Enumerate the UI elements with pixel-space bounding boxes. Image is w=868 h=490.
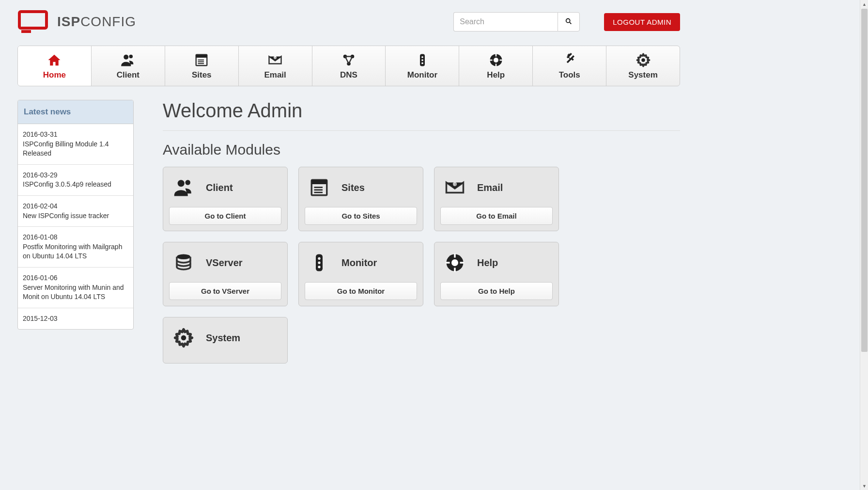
news-title: ISPConfig Billing Module 1.4 Released (23, 140, 128, 158)
nav-item-label: Tools (559, 70, 580, 80)
main-nav: Home Client Sites Email DNS Monitor Help… (17, 46, 680, 86)
module-client: Client Go to Client (163, 167, 288, 231)
news-date: 2016-03-29 (23, 171, 128, 180)
search-group (453, 12, 580, 32)
scroll-up-icon[interactable]: ▲ (860, 0, 868, 8)
go-to-vserver-button[interactable]: Go to VServer (169, 282, 281, 300)
news-title: New ISPConfig issue tracker (23, 211, 128, 221)
nav-item-sites[interactable]: Sites (165, 46, 239, 86)
go-to-client-button[interactable]: Go to Client (169, 207, 281, 225)
news-item[interactable]: 2016-01-06Server Monitoring with Munin a… (18, 268, 133, 308)
modules-grid: Client Go to Client Sites Go to Sites Em… (163, 167, 680, 364)
module-title: Email (477, 182, 503, 193)
news-date: 2016-01-06 (23, 273, 128, 283)
nav-item-tools[interactable]: Tools (533, 46, 606, 86)
module-monitor: Monitor Go to Monitor (298, 242, 423, 306)
page-title: Welcome Admin (163, 100, 680, 122)
module-title: System (206, 332, 240, 344)
help-icon (444, 252, 465, 273)
module-title: Help (477, 257, 498, 269)
client-icon (121, 53, 135, 67)
news-title: Server Monitoring with Munin and Monit o… (23, 283, 128, 302)
topbar: ISPCONFIG LOGOUT ADMIN (0, 0, 698, 39)
module-email: Email Go to Email (434, 167, 559, 231)
help-icon (489, 53, 503, 67)
email-icon (444, 177, 465, 198)
news-item[interactable]: 2016-03-29ISPConfig 3.0.5.4p9 released (18, 165, 133, 196)
svg-rect-25 (19, 12, 46, 28)
sites-icon (194, 53, 209, 67)
system-icon (636, 53, 651, 67)
svg-rect-26 (21, 30, 31, 33)
module-system: System (163, 317, 288, 364)
module-title: Monitor (341, 257, 377, 269)
nav-item-email[interactable]: Email (239, 46, 312, 86)
nav-item-client[interactable]: Client (92, 46, 165, 86)
nav-item-label: Monitor (407, 70, 437, 80)
logo-text-bold: ISP (57, 14, 80, 30)
nav-item-dns[interactable]: DNS (312, 46, 386, 86)
go-to-monitor-button[interactable]: Go to Monitor (305, 282, 417, 300)
nav-item-help[interactable]: Help (459, 46, 533, 86)
nav-item-label: Client (117, 70, 140, 80)
news-date: 2016-03-31 (23, 130, 128, 140)
sidebar: Latest news 2016-03-31ISPConfig Billing … (17, 100, 134, 330)
nav-item-label: Home (43, 70, 66, 80)
monitor-icon (309, 252, 330, 273)
vserver-icon (173, 252, 194, 273)
client-icon (173, 177, 194, 198)
module-title: VServer (206, 257, 243, 269)
news-title: ISPConfig 3.0.5.4p9 released (23, 180, 128, 190)
nav-item-monitor[interactable]: Monitor (386, 46, 459, 86)
news-item[interactable]: 2016-01-08Postfix Monitoring with Mailgr… (18, 227, 133, 268)
system-icon (173, 327, 194, 348)
logo-icon (17, 10, 51, 34)
go-to-help-button[interactable]: Go to Help (440, 282, 553, 300)
divider (163, 130, 680, 131)
logout-button[interactable]: LOGOUT ADMIN (604, 13, 680, 31)
nav-item-system[interactable]: System (606, 46, 680, 86)
tools-icon (562, 53, 577, 67)
module-title: Client (206, 182, 233, 193)
go-to-email-button[interactable]: Go to Email (440, 207, 553, 225)
module-help: Help Go to Help (434, 242, 559, 306)
scrollbar[interactable]: ▲ ▼ (860, 0, 868, 377)
nav-item-label: Sites (192, 70, 212, 80)
module-title: Sites (341, 182, 365, 193)
nav-item-label: System (628, 70, 657, 80)
scrollbar-thumb[interactable] (861, 9, 868, 352)
logo-text-light: CONFIG (80, 14, 136, 30)
email-icon (268, 53, 282, 67)
nav-item-label: DNS (340, 70, 357, 80)
search-icon (565, 17, 573, 27)
sidebar-header: Latest news (18, 100, 133, 124)
sites-icon (309, 177, 330, 198)
module-sites: Sites Go to Sites (298, 167, 423, 231)
search-input[interactable] (453, 12, 558, 32)
search-button[interactable] (558, 12, 580, 32)
nav-item-label: Help (487, 70, 505, 80)
news-date: 2016-01-08 (23, 233, 128, 242)
news-date: 2015-12-03 (23, 314, 128, 324)
news-title: Postfix Monitoring with Mailgraph on Ubu… (23, 242, 128, 261)
dns-icon (341, 53, 356, 67)
home-icon (47, 53, 62, 67)
go-to-sites-button[interactable]: Go to Sites (305, 207, 417, 225)
section-title: Available Modules (163, 142, 680, 158)
module-vserver: VServer Go to VServer (163, 242, 288, 306)
logo: ISPCONFIG (17, 10, 136, 34)
main-content: Welcome Admin Available Modules Client G… (163, 100, 680, 364)
monitor-icon (415, 53, 430, 67)
news-date: 2016-02-04 (23, 202, 128, 211)
news-item[interactable]: 2016-02-04New ISPConfig issue tracker (18, 196, 133, 227)
news-item[interactable]: 2015-12-03 (18, 308, 133, 330)
nav-item-home[interactable]: Home (18, 46, 92, 86)
nav-item-label: Email (264, 70, 286, 80)
news-item[interactable]: 2016-03-31ISPConfig Billing Module 1.4 R… (18, 124, 133, 165)
